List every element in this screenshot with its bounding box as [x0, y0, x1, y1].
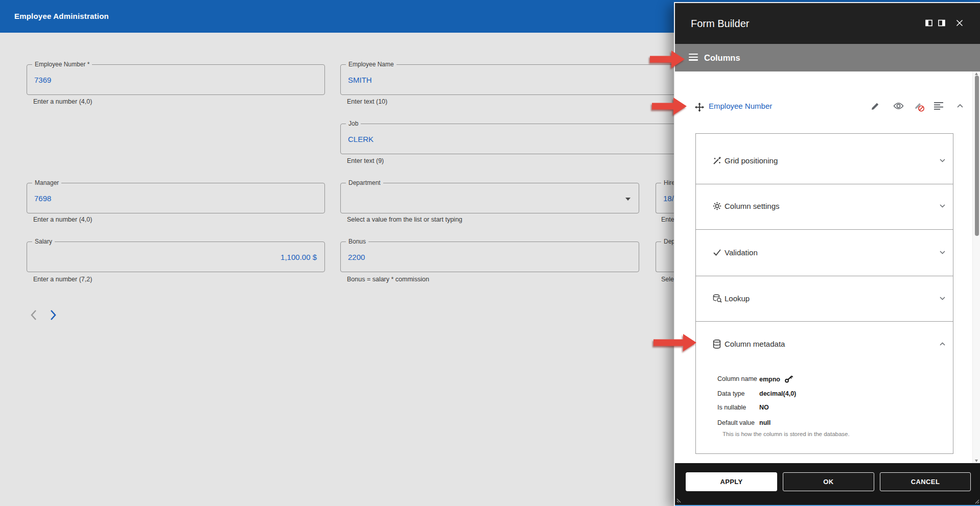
align-left-icon	[934, 102, 944, 110]
columns-section-bar[interactable]: Columns	[675, 44, 980, 71]
cancel-button[interactable]: CANCEL	[880, 472, 971, 491]
no-edit-icon	[915, 102, 925, 112]
dropdown-caret-icon[interactable]	[625, 198, 631, 201]
eye-icon	[893, 102, 904, 110]
chevron-down-icon[interactable]	[940, 251, 945, 254]
bonus-field[interactable]: Bonus 2200	[340, 242, 639, 272]
form-builder-dialog: Form Builder C	[674, 2, 980, 506]
ok-button[interactable]: OK	[783, 472, 874, 491]
job-label: Job	[346, 120, 361, 127]
apply-button[interactable]: APPLY	[686, 472, 777, 491]
column-item-row: Employee Number	[675, 96, 961, 118]
divider	[696, 184, 953, 184]
metadata-value: empno	[759, 375, 794, 383]
dialog-scrollbar[interactable]	[972, 71, 980, 463]
resize-grip-left[interactable]	[676, 497, 683, 503]
chevron-up-icon	[957, 104, 963, 108]
ename-label: Employee Name	[346, 61, 396, 68]
job-field[interactable]: Job CLERK	[340, 124, 688, 154]
metadata-label: Default value	[717, 419, 755, 426]
edit-button[interactable]	[871, 102, 879, 111]
metadata-note: This is how the column is stored in the …	[722, 431, 850, 437]
menu-icon	[689, 54, 698, 61]
close-icon	[956, 19, 963, 27]
metadata-value: decimal(4,0)	[759, 390, 796, 397]
bonus-label: Bonus	[346, 238, 368, 245]
primary-key-icon	[785, 375, 794, 383]
lookup-icon	[713, 294, 722, 303]
resize-grip-right[interactable]	[973, 498, 979, 504]
metadata-label: Column name	[717, 375, 757, 382]
department-label: Department	[346, 179, 383, 186]
metadata-label: Is nullable	[717, 404, 746, 411]
section-column-settings[interactable]: Column settings	[725, 202, 780, 210]
ename-helper: Enter text (10)	[347, 98, 387, 105]
chevron-left-icon	[30, 309, 38, 321]
accordion-card: Grid positioning	[695, 133, 953, 454]
hiredate-helper: Ente	[661, 216, 674, 223]
divider	[696, 321, 953, 322]
ename-value: SMITH	[341, 76, 372, 84]
salary-field[interactable]: Salary 1,100.00 $	[27, 242, 325, 272]
dialog-title: Form Builder	[691, 3, 749, 44]
salary-label: Salary	[32, 238, 55, 245]
move-icon	[695, 103, 704, 112]
metadata-value: NO	[759, 404, 769, 411]
salary-value: 1,100.00 $	[281, 253, 324, 261]
department-field[interactable]: Department	[340, 183, 639, 213]
annotation-arrow-column-metadata	[654, 332, 697, 353]
job-helper: Enter text (9)	[347, 157, 384, 164]
section-validation[interactable]: Validation	[725, 248, 758, 257]
scrollbar-thumb[interactable]	[975, 76, 979, 236]
scroll-up-icon[interactable]	[975, 73, 978, 75]
empno-label: Employee Number *	[32, 61, 92, 68]
empno-value: 7369	[27, 76, 51, 84]
visibility-button[interactable]	[893, 102, 904, 110]
manager-field[interactable]: Manager 7698	[27, 183, 325, 213]
divider	[696, 276, 953, 276]
chevron-down-icon[interactable]	[940, 159, 945, 162]
manager-helper: Enter a number (4,0)	[33, 216, 92, 223]
dock-right-button[interactable]	[938, 19, 947, 28]
chevron-up-icon[interactable]	[940, 342, 945, 346]
empno-helper: Enter a number (4,0)	[33, 98, 92, 105]
dock-left-button[interactable]	[925, 19, 935, 28]
metadata-value: null	[759, 419, 771, 426]
read-only-button[interactable]	[915, 102, 925, 112]
close-dialog-button[interactable]	[956, 19, 965, 28]
app-title: Employee Administration	[14, 0, 109, 33]
collapse-item-button[interactable]	[957, 104, 963, 108]
section-column-metadata[interactable]: Column metadata	[725, 340, 785, 348]
chevron-down-icon[interactable]	[940, 297, 945, 300]
gear-icon	[713, 202, 721, 210]
scroll-down-icon[interactable]	[975, 460, 978, 462]
manager-value: 7698	[27, 194, 51, 203]
column-item-label[interactable]: Employee Number	[709, 102, 772, 110]
next-record-button[interactable]	[49, 309, 57, 321]
move-handle[interactable]	[695, 103, 704, 112]
dock-right-icon	[938, 19, 946, 27]
manager-label: Manager	[32, 179, 61, 186]
department-helper: Select a value from the list or start ty…	[347, 216, 462, 223]
section-lookup[interactable]: Lookup	[725, 294, 750, 303]
empno-field[interactable]: Employee Number * 7369	[27, 64, 325, 95]
bonus-helper: Bonus = salary * commission	[347, 276, 429, 283]
department2-helper: Sele	[661, 276, 674, 283]
hiredate-value: 18/	[656, 194, 674, 203]
job-value: CLERK	[341, 135, 374, 143]
wand-icon	[713, 156, 721, 165]
section-grid-positioning[interactable]: Grid positioning	[725, 156, 778, 165]
prev-record-button[interactable]	[30, 309, 38, 321]
alignment-button[interactable]	[934, 102, 944, 110]
ename-field[interactable]: Employee Name SMITH	[340, 64, 688, 95]
annotation-arrow-columns	[650, 49, 686, 69]
chevron-down-icon[interactable]	[940, 204, 945, 208]
screen: Employee Administration Employee Number …	[0, 0, 980, 506]
check-icon	[713, 249, 721, 256]
dialog-content: Employee Number	[675, 71, 980, 463]
annotation-arrow-employee-number	[652, 96, 688, 116]
salary-helper: Enter a number (7,2)	[33, 276, 92, 283]
dialog-footer: APPLY OK CANCEL	[675, 463, 980, 506]
dock-left-icon	[925, 19, 933, 27]
dialog-titlebar[interactable]: Form Builder	[675, 3, 980, 44]
